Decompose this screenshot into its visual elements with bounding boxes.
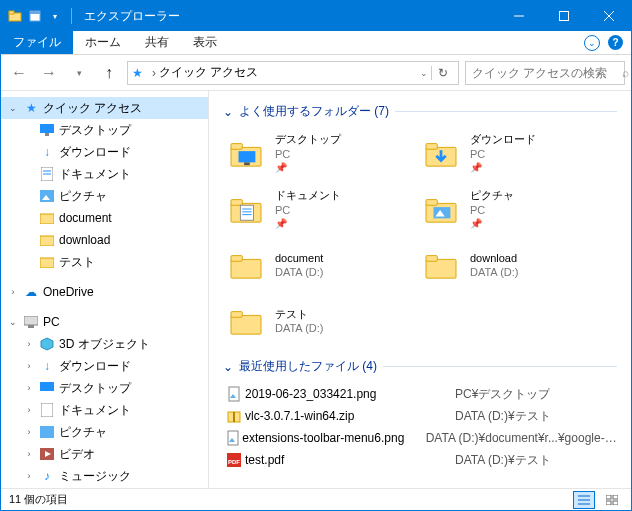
tree-pictures[interactable]: ピクチャ [1,185,208,207]
content-pane[interactable]: ⌄よく使用するフォルダー (7) デスクトップPC📌ダウンロードPC📌ドキュメン… [209,91,631,488]
folder-item[interactable]: documentDATA (D:) [223,240,408,290]
folder-name: デスクトップ [275,132,341,146]
group-frequent-folders[interactable]: ⌄よく使用するフォルダー (7) [223,103,617,120]
svg-rect-29 [231,144,242,150]
search-box[interactable]: ⌕ [465,61,625,85]
folder-name: ドキュメント [275,188,341,202]
svg-rect-19 [28,325,34,328]
tree-onedrive[interactable]: ›☁OneDrive [1,281,208,303]
svg-rect-15 [40,214,54,224]
tree-test-folder[interactable]: テスト [1,251,208,273]
tab-home[interactable]: ホーム [73,31,133,54]
view-large-button[interactable] [601,491,623,509]
folder-small-icon [7,8,23,24]
svg-rect-61 [606,495,611,499]
file-location: DATA (D:)¥テスト [455,452,551,469]
close-button[interactable] [586,1,631,31]
search-input[interactable] [472,66,622,80]
folder-icon [225,188,267,230]
tree-documents[interactable]: ドキュメント [1,163,208,185]
nav-tree[interactable]: ⌄★クイック アクセス デスクトップ ↓ダウンロード ドキュメント ピクチャ d… [1,91,209,488]
address-segment[interactable]: クイック アクセス [159,64,258,81]
view-details-button[interactable] [573,491,595,509]
svg-rect-62 [613,495,618,499]
qat-properties-icon[interactable] [27,8,43,24]
tree-document-folder[interactable]: document [1,207,208,229]
tree-downloads[interactable]: ↓ダウンロード [1,141,208,163]
folder-icon [225,300,267,342]
tab-share[interactable]: 共有 [133,31,181,54]
folder-item[interactable]: ダウンロードPC📌 [418,128,603,178]
folder-item[interactable]: downloadDATA (D:) [418,240,603,290]
tree-pc-documents[interactable]: ›ドキュメント [1,399,208,421]
nav-up-button[interactable]: ↑ [97,61,121,85]
folder-name: テスト [275,307,323,321]
svg-text:PDF: PDF [228,459,240,465]
address-dropdown-icon[interactable]: ⌄ [417,68,431,78]
svg-rect-23 [40,426,54,438]
svg-rect-18 [24,316,38,325]
svg-rect-30 [239,151,256,162]
svg-rect-1 [9,11,14,14]
group-recent-files[interactable]: ⌄最近使用したファイル (4) [223,358,617,375]
pin-icon: 📌 [470,217,514,230]
tab-view[interactable]: 表示 [181,31,229,54]
file-name: 2019-06-23_033421.png [245,387,455,401]
svg-rect-13 [40,190,54,202]
nav-forward-button[interactable]: → [37,61,61,85]
tab-file[interactable]: ファイル [1,31,73,54]
maximize-button[interactable] [541,1,586,31]
search-icon[interactable]: ⌕ [622,66,629,80]
qat-dropdown-icon[interactable]: ▾ [47,8,63,24]
folder-item[interactable]: テストDATA (D:) [223,296,408,346]
folder-name: ダウンロード [470,132,536,146]
help-button[interactable]: ? [608,35,623,50]
tree-quickaccess[interactable]: ⌄★クイック アクセス [1,97,208,119]
tree-pc-desktop[interactable]: ›デスクトップ [1,377,208,399]
svg-rect-35 [231,200,242,206]
pin-icon: 📌 [275,217,341,230]
nav-recent-dropdown[interactable]: ▾ [67,61,91,85]
nav-back-button[interactable]: ← [7,61,31,85]
tree-pc[interactable]: ⌄PC [1,311,208,333]
tree-pc-downloads[interactable]: ›↓ダウンロード [1,355,208,377]
file-location: PC¥デスクトップ [455,386,550,403]
svg-rect-9 [45,133,49,136]
expand-ribbon-button[interactable]: ⌄ [584,35,600,51]
file-row[interactable]: extensions-toolbar-menu6.pngDATA (D:)¥do… [223,427,617,449]
svg-rect-31 [244,162,250,165]
svg-rect-41 [426,200,437,206]
svg-rect-17 [40,258,54,268]
folder-location: PC [275,203,341,217]
svg-rect-48 [231,315,261,334]
folder-item[interactable]: ピクチャPC📌 [418,184,603,234]
file-name: vlc-3.0.7.1-win64.zip [245,409,455,423]
folder-location: PC [275,147,341,161]
folder-icon [225,244,267,286]
file-icon: PDF [223,452,245,468]
tree-pc-pictures[interactable]: ›ピクチャ [1,421,208,443]
address-bar[interactable]: ★ › クイック アクセス ⌄ ↻ [127,61,459,85]
file-row[interactable]: PDFtest.pdfDATA (D:)¥テスト [223,449,617,471]
tree-desktop[interactable]: デスクトップ [1,119,208,141]
refresh-button[interactable]: ↻ [431,66,454,80]
tree-3dobjects[interactable]: ›3D オブジェクト [1,333,208,355]
folder-item[interactable]: デスクトップPC📌 [223,128,408,178]
svg-marker-20 [41,338,53,350]
file-row[interactable]: vlc-3.0.7.1-win64.zipDATA (D:)¥テスト [223,405,617,427]
folder-icon [420,132,462,174]
tree-download-folder[interactable]: download [1,229,208,251]
folder-name: download [470,251,518,265]
svg-rect-44 [231,259,261,278]
file-row[interactable]: 2019-06-23_033421.pngPC¥デスクトップ [223,383,617,405]
chevron-right-icon: › [149,66,159,80]
folder-icon [225,132,267,174]
folder-item[interactable]: ドキュメントPC📌 [223,184,408,234]
svg-rect-33 [426,144,437,150]
folder-location: PC [470,203,514,217]
svg-rect-3 [30,11,40,14]
tree-pc-videos[interactable]: ›ビデオ [1,443,208,465]
tree-pc-music[interactable]: ›♪ミュージック [1,465,208,487]
svg-rect-46 [426,259,456,278]
minimize-button[interactable] [496,1,541,31]
